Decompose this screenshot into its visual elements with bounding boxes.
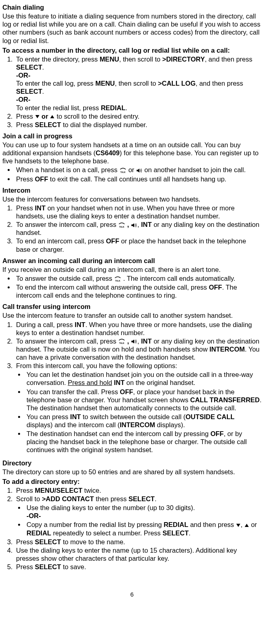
bullet-list: You can let the destination handset join… (16, 370, 262, 454)
up-arrow-icon (50, 114, 55, 119)
heading-answer-incoming: Answer an incoming call during an interc… (2, 257, 262, 265)
down-arrow-icon (35, 114, 40, 119)
or-separator: -OR- (27, 512, 262, 520)
list-item: To answer the outside call, press TALK .… (14, 274, 262, 282)
heading-intercom: Intercom (2, 186, 262, 194)
svg-marker-10 (245, 524, 249, 527)
list-item: You can let the destination handset join… (25, 370, 262, 387)
list-item: To answer the intercom call, press TALK … (14, 220, 262, 237)
paragraph: Use the intercom features for conversati… (2, 195, 262, 203)
down-arrow-icon (236, 523, 241, 528)
up-arrow-icon (244, 523, 249, 528)
list-item: Copy a number from the redial list by pr… (25, 521, 262, 537)
list-item: You can transfer the call. Press OFF, or… (25, 388, 262, 412)
list-item: To end an intercom call, press OFF or pl… (14, 237, 262, 253)
list-item: The destination handset can end the inte… (25, 430, 262, 454)
ordered-list: During a call, press INT. When you have … (2, 321, 262, 454)
speaker-icon (131, 339, 137, 344)
paragraph: Use this feature to initiate a dialing s… (2, 12, 262, 45)
list-item: When a handset is on a call, press TALK … (14, 166, 262, 174)
or-separator: -OR- (16, 71, 262, 79)
svg-text:TALK: TALK (115, 280, 120, 282)
svg-marker-0 (35, 115, 39, 118)
list-item: Use the dialing keys to enter the number… (25, 504, 262, 520)
heading-chain-dialing: Chain dialing (2, 3, 262, 11)
talk-icon: TALK (114, 276, 121, 282)
document-page: Chain dialing Use this feature to initia… (0, 0, 264, 606)
list-item: During a call, press INT. When you have … (14, 321, 262, 337)
svg-text:TALK: TALK (120, 171, 125, 173)
bullet-list: To answer the outside call, press TALK .… (2, 274, 262, 299)
paragraph: To enter the call log, press MENU, then … (16, 79, 262, 95)
list-item: Press or to scroll to the desired entry. (14, 112, 262, 120)
list-item: From this intercom call, you have the fo… (14, 362, 262, 454)
svg-marker-1 (50, 115, 54, 118)
list-item: Press OFF to exit the call. The call con… (14, 175, 262, 183)
paragraph: The directory can store up to 50 entries… (2, 468, 262, 476)
ordered-list: Press MENU/SELECT twice. Scroll to >ADD … (2, 486, 262, 571)
paragraph: Use the intercom feature to transfer an … (2, 311, 262, 319)
bullet-list: Use the dialing keys to enter the number… (16, 504, 262, 537)
svg-text:TALK: TALK (119, 342, 125, 344)
speaker-icon (131, 223, 137, 228)
speaker-icon (136, 168, 143, 173)
talk-icon: TALK (118, 222, 125, 228)
svg-marker-3 (137, 169, 139, 173)
list-item: Press SELECT to move to the name. (14, 538, 262, 546)
list-item: To enter the directory, press MENU, then… (14, 55, 262, 112)
svg-marker-9 (236, 524, 240, 527)
paragraph: To enter the redial list, press REDIAL. (16, 104, 262, 112)
svg-marker-8 (131, 339, 134, 344)
heading-join-call: Join a call in progress (2, 132, 262, 140)
list-item: Use the dialing keys to enter the name (… (14, 546, 262, 562)
svg-text:TALK: TALK (119, 226, 125, 228)
heading-directory: Directory (2, 459, 262, 467)
ordered-list: Press INT on your handset when not in us… (2, 204, 262, 253)
heading-call-transfer: Call transfer using intercom (2, 302, 262, 311)
list-item: Press INT on your handset when not in us… (14, 204, 262, 220)
subheading-add-entry: To add a directory entry: (2, 477, 262, 486)
subheading-access: To access a number in the directory, cal… (2, 46, 262, 54)
ordered-list: To enter the directory, press MENU, then… (2, 55, 262, 129)
talk-icon: TALK (118, 339, 125, 344)
paragraph: If you receive an outside call during an… (2, 265, 262, 274)
paragraph: You can use up to four system handsets a… (2, 141, 262, 165)
talk-icon: TALK (119, 168, 127, 173)
svg-marker-5 (131, 223, 134, 227)
list-item: You can press INT to switch between the … (25, 413, 262, 429)
bullet-list: When a handset is on a call, press TALK … (2, 166, 262, 183)
list-item: To end the intercom call without answeri… (14, 283, 262, 299)
list-item: To answer the intercom call, press TALK … (14, 337, 262, 361)
list-item: Press SELECT to dial the displayed numbe… (14, 121, 262, 129)
list-item: Scroll to >ADD CONTACT then press SELECT… (14, 495, 262, 537)
list-item: Press MENU/SELECT twice. (14, 486, 262, 494)
page-number: 6 (2, 591, 262, 598)
list-item: Press SELECT to save. (14, 563, 262, 571)
or-separator: -OR- (16, 95, 262, 103)
